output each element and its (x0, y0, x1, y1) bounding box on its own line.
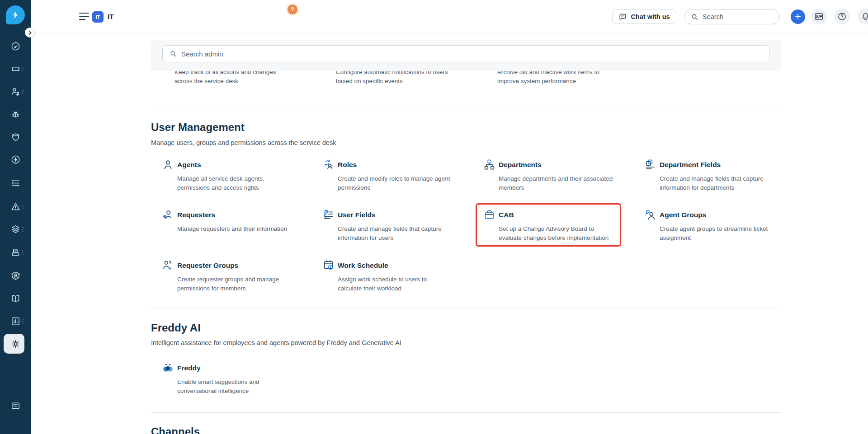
card-description: Create and manage fields that capture in… (338, 224, 442, 243)
requester-groups-icon (162, 259, 174, 271)
admin-card-agents[interactable]: AgentsManage all service desk agents, pe… (162, 159, 316, 192)
kebab-menu-icon[interactable]: ⋮ (20, 228, 26, 230)
sidebar-item-bug[interactable] (0, 105, 31, 123)
top-header: IT IT ? Chat with us (31, 0, 868, 33)
id-card-button[interactable] (811, 9, 827, 24)
card-description: Create requester groups and manage permi… (177, 275, 279, 293)
sidebar-item-book[interactable] (0, 289, 31, 308)
global-search[interactable] (684, 9, 780, 24)
kebab-menu-icon[interactable]: ⋮ (20, 205, 26, 208)
book-icon (10, 294, 21, 304)
printer-doc-icon (10, 247, 21, 257)
user-arrows-icon (10, 86, 21, 97)
shield-icon (10, 132, 21, 142)
card-title: Work Schedule (338, 260, 427, 271)
admin-search-box[interactable] (162, 45, 769, 62)
admin-card-departments[interactable]: DepartmentsManage departments and their … (483, 159, 637, 192)
help-circle-button[interactable] (834, 9, 850, 24)
layers-icon (10, 224, 21, 234)
gear-icon (10, 339, 21, 349)
section-title-user-management: User Management (151, 121, 245, 134)
card-title: Freddy (177, 362, 259, 374)
task-list-icon (10, 178, 21, 188)
card-title: CAB (499, 209, 609, 221)
sidebar-item-user-orbit[interactable] (0, 266, 31, 285)
chat-bubble-icon (618, 13, 627, 21)
card-description: Create and manage fields that capture in… (660, 174, 764, 192)
admin-card-freddy[interactable]: FreddyEnable smart suggestions and conve… (162, 362, 316, 396)
alert-triangle-icon (10, 201, 21, 212)
admin-card-requesters[interactable]: RequestersManage requesters and their in… (162, 209, 316, 233)
sidebar-item-shield[interactable] (0, 128, 31, 146)
bell-button[interactable] (858, 9, 868, 24)
help-circle-icon (837, 12, 847, 21)
search-icon (170, 50, 177, 57)
onboarding-hint-badge[interactable]: ? (288, 5, 297, 14)
agent-groups-icon (644, 209, 656, 221)
admin-card-cab[interactable]: CABSet up a Change Advisory Board to eva… (483, 209, 637, 243)
section-divider (151, 104, 781, 104)
work-schedule-icon (322, 259, 335, 271)
hamburger-menu-icon[interactable] (78, 11, 90, 22)
card-title: Department Fields (660, 159, 764, 171)
bug-icon (10, 109, 21, 119)
admin-card-roles[interactable]: RolesCreate and modify roles to manage a… (322, 159, 476, 192)
card-description: Create agent groups to streamline ticket… (660, 224, 768, 243)
admin-card-work-schedule[interactable]: Work ScheduleAssign work schedule to use… (322, 260, 476, 293)
admin-card-department-fields[interactable]: Department FieldsCreate and manage field… (644, 159, 798, 192)
kebab-menu-icon[interactable]: ⋮ (20, 320, 26, 322)
section-divider (151, 308, 781, 308)
sidebar-item-speedometer[interactable] (0, 37, 31, 55)
sidebar-item-task-list[interactable] (0, 174, 31, 192)
quick-create-plus-button[interactable] (791, 9, 805, 24)
card-description: Create and modify roles to manage agent … (338, 174, 450, 192)
sidebar-item-user-arrows[interactable]: ⋮ (0, 82, 31, 100)
global-search-input[interactable] (703, 13, 770, 20)
card-description: Manage all service desk agents, permissi… (177, 174, 264, 192)
freddy-icon (162, 362, 174, 374)
kebab-menu-icon[interactable]: ⋮ (20, 251, 26, 253)
sidebar-item-layers[interactable]: ⋮ (0, 220, 31, 238)
section-subtitle-freddy-ai: Intelligent assistance for employees and… (151, 339, 401, 346)
freshworks-logo-icon[interactable] (6, 5, 25, 24)
card-title: User Fields (338, 209, 442, 221)
kebab-menu-icon[interactable]: ⋮ (20, 90, 26, 93)
workspace-badge[interactable]: IT (92, 11, 104, 23)
bolt-circle-icon (10, 154, 21, 165)
sidebar-item-bolt-circle[interactable] (0, 150, 31, 168)
card-description: Set up a Change Advisory Board to evalua… (499, 224, 609, 243)
sidebar-item-gear[interactable] (0, 335, 31, 353)
card-description: Assign work schedule to users to calcula… (338, 275, 427, 293)
ticket-icon (10, 64, 21, 74)
sidebar-expand-chevron-icon[interactable] (25, 28, 35, 37)
admin-card-agent-groups[interactable]: Agent GroupsCreate agent groups to strea… (644, 209, 798, 243)
section-title-channels: Channels (151, 425, 200, 434)
section-title-freddy-ai: Freddy AI (151, 322, 201, 334)
sidebar-item-bottom-panel[interactable] (0, 397, 31, 415)
sidebar-item-bar-chart[interactable]: ⋮ (0, 312, 31, 330)
cab-icon (483, 209, 495, 221)
admin-search-container (151, 40, 781, 71)
sidebar: ⋮⋮⋮⋮⋮⋮ (0, 0, 31, 434)
search-icon (691, 13, 698, 21)
section-subtitle-user-management: Manage users, groups and permissions acr… (151, 139, 336, 146)
chat-with-us-button[interactable]: Chat with us (612, 9, 676, 24)
admin-card-user-fields[interactable]: User FieldsCreate and manage fields that… (322, 209, 476, 243)
roles-icon (322, 159, 335, 171)
speedometer-icon (10, 41, 21, 51)
id-card-icon (814, 12, 824, 21)
admin-search-input[interactable] (181, 50, 769, 58)
sidebar-item-alert-triangle[interactable]: ⋮ (0, 197, 31, 215)
sidebar-item-ticket[interactable]: ⋮ (0, 60, 31, 78)
admin-settings-page: ⋮⋮⋮⋮⋮⋮ IT IT ? Chat with us Keep trac (0, 0, 868, 434)
card-title: Agent Groups (660, 209, 768, 221)
department-fields-icon (644, 159, 656, 171)
departments-icon (483, 159, 495, 171)
kebab-menu-icon[interactable]: ⋮ (20, 68, 26, 70)
admin-card-requester-groups[interactable]: Requester GroupsCreate requester groups … (162, 260, 316, 293)
sidebar-item-printer-doc[interactable]: ⋮ (0, 243, 31, 261)
card-title: Agents (177, 159, 264, 171)
card-description: Enable smart suggestions and conversatio… (177, 378, 259, 396)
workspace-name: IT (108, 13, 113, 20)
card-title: Requesters (177, 209, 287, 221)
